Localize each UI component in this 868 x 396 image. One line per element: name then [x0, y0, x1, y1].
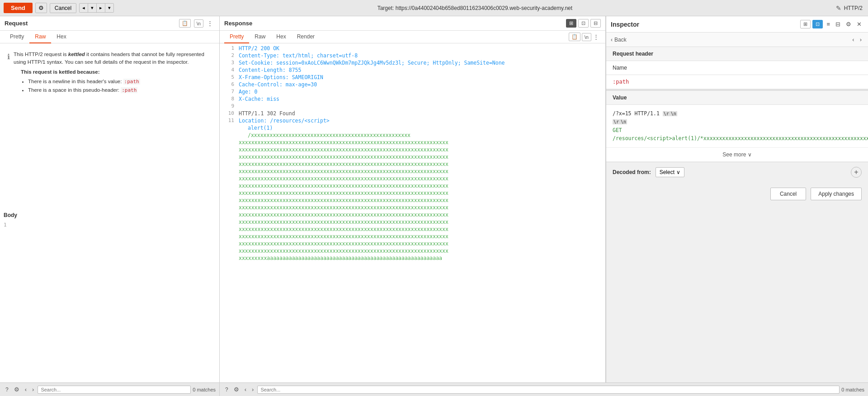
inspector-toolbar: ⊞ ⊡ ≡ ⊟ ⚙ ✕ — [800, 20, 863, 28]
response-settings-bottom-btn[interactable]: ⚙ — [232, 385, 241, 394]
response-line-18: xxxxxxxxxxxxxxxxxxxxxxxxxxxxxxxxxxxxxxxx… — [220, 168, 605, 175]
request-panel: Request 📋 \n ⋮ Pretty Raw Hex ℹ This HTT… — [0, 16, 220, 382]
main-content: Request 📋 \n ⋮ Pretty Raw Hex ℹ This HTT… — [0, 16, 868, 382]
see-more-btn[interactable]: See more ∨ — [606, 148, 868, 162]
action-buttons: Cancel Apply changes — [606, 182, 868, 206]
request-title: Request — [5, 20, 176, 27]
request-prev-match-btn[interactable]: ‹ — [23, 385, 28, 394]
response-line-14: xxxxxxxxxxxxxxxxxxxxxxxxxxxxxxxxxxxxxxxx… — [220, 139, 605, 146]
request-help-btn[interactable]: ? — [4, 386, 10, 394]
value-cr2: \r — [613, 119, 620, 124]
response-view-split[interactable]: ⊞ — [566, 19, 576, 28]
response-view-cols[interactable]: ⊡ — [578, 19, 589, 28]
target-url: Target: https://0a44002404b658ed80116234… — [117, 5, 833, 11]
nav-group: ◂ ▾ ▸ ▾ — [79, 3, 114, 13]
body-content: 1 — [0, 220, 219, 382]
nav-prev-btn[interactable]: ‹ — [850, 35, 856, 44]
edit-icon[interactable]: ✎ — [836, 5, 841, 12]
inspector-nav: ‹ Back ‹ › — [606, 33, 868, 47]
tab-request-pretty[interactable]: Pretty — [5, 31, 29, 43]
response-line-16: xxxxxxxxxxxxxxxxxxxxxxxxxxxxxxxxxxxxxxxx… — [220, 154, 605, 161]
response-newline-btn[interactable]: \n — [582, 33, 591, 41]
inspector-split-btn[interactable]: ⊟ — [834, 20, 842, 28]
request-matches-label: 0 matches — [193, 387, 216, 392]
value-cr1: \r — [663, 111, 670, 116]
request-next-match-btn[interactable]: › — [30, 385, 36, 394]
send-button[interactable]: Send — [4, 3, 33, 13]
settings-button[interactable]: ⚙ — [35, 3, 47, 13]
back-label: Back — [614, 37, 627, 43]
response-line-29: xxxxxxxxxxxxxxxxxxxxxxxxxxxxxxxxxxxxxxxx… — [220, 248, 605, 255]
response-line-15: xxxxxxxxxxxxxxxxxxxxxxxxxxxxxxxxxxxxxxxx… — [220, 146, 605, 154]
response-line-17: xxxxxxxxxxxxxxxxxxxxxxxxxxxxxxxxxxxxxxxx… — [220, 161, 605, 168]
chevron-down-icon-select: ∨ — [676, 169, 680, 175]
request-bottom-bar: ? ⚙ ‹ › 0 matches — [0, 382, 220, 396]
response-line-8: 8X-Cache: miss — [220, 96, 605, 103]
tab-response-raw[interactable]: Raw — [249, 31, 271, 43]
response-line-13: /xxxxxxxxxxxxxxxxxxxxxxxxxxxxxxxxxxxxxxx… — [220, 132, 605, 139]
prev-nav-button[interactable]: ◂ — [80, 4, 88, 12]
inspector-content: Request header Name :path Value /?x=15 H… — [606, 47, 868, 382]
cancel-button[interactable]: Cancel — [50, 3, 76, 13]
inspector-cancel-btn[interactable]: Cancel — [770, 188, 806, 200]
tab-response-pretty[interactable]: Pretty — [224, 31, 249, 43]
response-help-btn[interactable]: ? — [223, 386, 230, 394]
request-newline-btn[interactable]: \n — [194, 19, 203, 28]
response-line-7: 7Age: 0 — [220, 89, 605, 96]
select-dropdown[interactable]: Select ∨ — [656, 167, 684, 177]
response-next-match-btn[interactable]: › — [250, 385, 255, 394]
response-prev-match-btn[interactable]: ‹ — [243, 385, 248, 394]
response-line-20: xxxxxxxxxxxxxxxxxxxxxxxxxxxxxxxxxxxxxxxx… — [220, 183, 605, 190]
tab-response-render[interactable]: Render — [292, 31, 320, 43]
inspector-settings-btn[interactable]: ⚙ — [844, 20, 853, 28]
chevron-down-icon: ∨ — [748, 151, 752, 158]
value-text-main: /?x=15 HTTP/1.1 — [613, 110, 663, 117]
inspector-title: Inspector — [611, 21, 800, 28]
inspector-view-right[interactable]: ⊡ — [812, 20, 823, 28]
next-nav-button[interactable]: ▸ — [97, 4, 105, 12]
see-more-label: See more — [722, 151, 746, 158]
response-line-25: xxxxxxxxxxxxxxxxxxxxxxxxxxxxxxxxxxxxxxxx… — [220, 219, 605, 226]
inspector-view-left[interactable]: ⊞ — [800, 20, 811, 28]
prev-dropdown-button[interactable]: ▾ — [88, 4, 97, 12]
add-decoder-btn[interactable]: + — [851, 167, 862, 178]
tab-request-hex[interactable]: Hex — [51, 31, 71, 43]
response-menu-btn[interactable]: ⋮ — [591, 33, 601, 41]
response-view-rows[interactable]: ⊟ — [590, 19, 601, 28]
request-settings-bottom-btn[interactable]: ⚙ — [12, 385, 21, 394]
tab-response-hex[interactable]: Hex — [271, 31, 291, 43]
response-line-4: 4Content-Length: 8755 — [220, 67, 605, 74]
warning-item-2: There is a space in this pseudo-header: … — [28, 86, 212, 94]
tab-request-raw[interactable]: Raw — [29, 31, 51, 43]
response-tabs: Pretty Raw Hex Render 📋 \n ⋮ — [220, 31, 605, 43]
response-line-21: xxxxxxxxxxxxxxxxxxxxxxxxxxxxxxxxxxxxxxxx… — [220, 190, 605, 197]
response-search-input[interactable] — [257, 386, 840, 394]
request-search-input[interactable] — [38, 386, 191, 394]
response-line-19: xxxxxxxxxxxxxxxxxxxxxxxxxxxxxxxxxxxxxxxx… — [220, 175, 605, 183]
request-header-section: Request header — [606, 47, 868, 61]
warning-box: ℹ This HTTP/2 request is kettled it cont… — [4, 47, 216, 99]
response-line-26: xxxxxxxxxxxxxxxxxxxxxxxxxxxxxxxxxxxxxxxx… — [220, 226, 605, 233]
inspector-list-btn[interactable]: ≡ — [825, 20, 832, 28]
nav-next-btn[interactable]: › — [858, 35, 863, 44]
next-dropdown-button[interactable]: ▾ — [105, 4, 113, 12]
decoded-row: Decoded from: Select ∨ + — [606, 162, 868, 182]
value-n2: \n — [620, 119, 627, 124]
request-menu-btn[interactable]: ⋮ — [205, 19, 215, 28]
plus-icon: + — [854, 168, 858, 176]
value-n1: \n — [670, 111, 677, 116]
request-clipboard-btn[interactable]: 📋 — [179, 19, 191, 28]
apply-changes-btn[interactable]: Apply changes — [811, 188, 862, 200]
response-line-28: xxxxxxxxxxxxxxxxxxxxxxxxxxxxxxxxxxxxxxxx… — [220, 240, 605, 248]
response-toolbar-right: ⊞ ⊡ ⊟ — [566, 19, 601, 28]
inspector-panel: Inspector ⊞ ⊡ ≡ ⊟ ⚙ ✕ ‹ Back ‹ › Request… — [606, 16, 868, 382]
name-section-header: Name — [606, 61, 868, 75]
back-button[interactable]: ‹ Back — [611, 37, 627, 43]
response-clipboard-btn[interactable]: 📋 — [569, 33, 580, 41]
response-line-2: 2Content-Type: text/html; charset=utf-8 — [220, 52, 605, 60]
request-panel-header: Request 📋 \n ⋮ — [0, 16, 219, 31]
warning-text: This HTTP/2 request is kettled it contai… — [14, 51, 212, 95]
inspector-nav-right: ‹ › — [850, 35, 863, 44]
inspector-close-btn[interactable]: ✕ — [855, 20, 863, 28]
response-line-30: xxxxxxxxxaaaaaaaaaaaaaaaaaaaaaaaaaaaaaaa… — [220, 255, 605, 262]
